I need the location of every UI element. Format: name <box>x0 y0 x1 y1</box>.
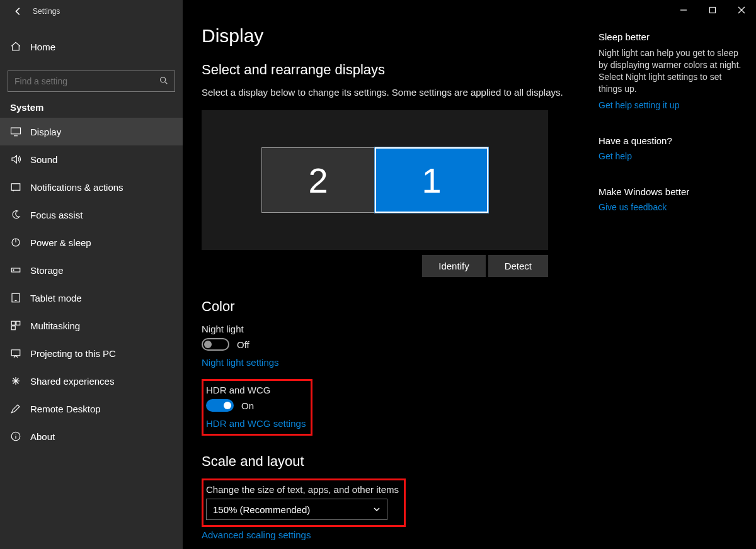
shared-icon <box>10 375 21 387</box>
search-icon <box>159 76 169 86</box>
sidebar-item-label: Notifications & actions <box>30 182 123 193</box>
night-light-state: Off <box>237 339 249 350</box>
sidebar-item-label: Tablet mode <box>30 293 82 303</box>
sidebar-item-storage[interactable]: Storage <box>0 256 183 284</box>
sidebar-item-remote-desktop[interactable]: Remote Desktop <box>0 395 183 422</box>
hdr-toggle[interactable] <box>206 399 234 412</box>
svg-rect-7 <box>11 321 15 325</box>
monitor-2[interactable]: 2 <box>261 147 375 213</box>
svg-point-5 <box>13 269 14 271</box>
svg-rect-1 <box>11 128 21 134</box>
advanced-scaling-link[interactable]: Advanced scaling settings <box>202 529 598 540</box>
sidebar-item-focus-assist[interactable]: Focus assist <box>0 201 183 229</box>
hdr-settings-link[interactable]: HDR and WCG settings <box>206 418 306 429</box>
minimize-button[interactable] <box>669 0 698 20</box>
home-label: Home <box>30 42 55 52</box>
svg-rect-10 <box>11 350 20 356</box>
sleep-help-link[interactable]: Get help setting it up <box>598 100 679 110</box>
detect-button[interactable]: Detect <box>488 255 548 277</box>
sidebar-item-display[interactable]: Display <box>0 118 183 145</box>
multitasking-icon <box>10 320 21 331</box>
back-arrow-icon <box>14 7 23 16</box>
sidebar-item-tablet-mode[interactable]: Tablet mode <box>0 284 183 312</box>
hdr-state: On <box>241 400 254 411</box>
power-icon <box>10 237 21 248</box>
scale-dropdown-value: 150% (Recommended) <box>213 504 310 515</box>
sleep-better-desc: Night light can help you get to sleep by… <box>598 47 743 95</box>
night-light-label: Night light <box>202 324 598 334</box>
sidebar-item-about[interactable]: About <box>0 422 183 450</box>
window-title: Settings <box>33 7 60 16</box>
svg-rect-8 <box>16 321 20 325</box>
sidebar-item-label: Storage <box>30 265 64 276</box>
storage-icon <box>10 264 21 276</box>
identify-button[interactable]: Identify <box>422 255 485 277</box>
sidebar-item-label: Remote Desktop <box>30 404 101 414</box>
sidebar-item-power-sleep[interactable]: Power & sleep <box>0 229 183 256</box>
svg-rect-2 <box>11 184 20 191</box>
sidebar-item-label: Multitasking <box>30 320 80 331</box>
maximize-icon <box>709 6 716 14</box>
focus-assist-icon <box>10 209 21 220</box>
notifications-icon <box>10 181 21 193</box>
page-title: Display <box>202 25 598 47</box>
maximize-button[interactable] <box>698 0 727 20</box>
sidebar-item-notifications[interactable]: Notifications & actions <box>0 173 183 201</box>
back-button[interactable] <box>9 7 28 16</box>
minimize-icon <box>680 6 687 14</box>
sidebar-item-projecting[interactable]: Projecting to this PC <box>0 339 183 367</box>
color-heading: Color <box>202 298 598 315</box>
home-nav[interactable]: Home <box>0 33 183 60</box>
close-icon <box>738 6 745 14</box>
display-icon <box>10 126 21 137</box>
sidebar-item-label: Shared experiences <box>30 376 114 387</box>
sidebar-item-label: Power & sleep <box>30 237 91 248</box>
about-icon <box>10 431 21 442</box>
sidebar-item-sound[interactable]: Sound <box>0 145 183 173</box>
question-heading: Have a question? <box>598 135 743 146</box>
sidebar-item-label: Projecting to this PC <box>30 348 116 359</box>
scale-change-label: Change the size of text, apps, and other… <box>206 484 399 495</box>
search-input[interactable] <box>8 71 175 92</box>
scale-dropdown[interactable]: 150% (Recommended) <box>206 499 387 520</box>
sleep-better-heading: Sleep better <box>598 31 743 42</box>
feedback-link[interactable]: Give us feedback <box>598 202 667 212</box>
tablet-icon <box>10 292 21 303</box>
monitor-1[interactable]: 1 <box>375 147 488 213</box>
svg-rect-9 <box>11 326 15 330</box>
remote-desktop-icon <box>10 403 21 414</box>
sidebar-item-multitasking[interactable]: Multitasking <box>0 312 183 339</box>
sidebar-item-label: Sound <box>30 154 57 165</box>
sidebar-item-label: About <box>30 431 55 442</box>
night-light-toggle[interactable] <box>202 338 229 351</box>
sound-icon <box>10 154 21 165</box>
hdr-label: HDR and WCG <box>206 385 306 395</box>
sidebar-item-label: Display <box>30 127 61 137</box>
rearrange-description: Select a display below to change its set… <box>202 87 598 98</box>
sidebar-item-label: Focus assist <box>30 210 83 220</box>
category-label: System <box>0 92 183 118</box>
chevron-down-icon <box>373 506 381 513</box>
get-help-link[interactable]: Get help <box>598 151 632 161</box>
projecting-icon <box>10 348 21 359</box>
close-button[interactable] <box>727 0 756 20</box>
night-light-settings-link[interactable]: Night light settings <box>202 357 598 368</box>
display-arrangement-canvas[interactable]: 2 1 <box>202 110 548 250</box>
scale-heading: Scale and layout <box>202 453 598 470</box>
svg-point-0 <box>161 77 166 82</box>
rearrange-heading: Select and rearrange displays <box>202 62 598 78</box>
better-heading: Make Windows better <box>598 186 743 197</box>
sidebar-item-shared-experiences[interactable]: Shared experiences <box>0 367 183 395</box>
home-icon <box>10 41 21 52</box>
svg-rect-12 <box>710 8 716 13</box>
